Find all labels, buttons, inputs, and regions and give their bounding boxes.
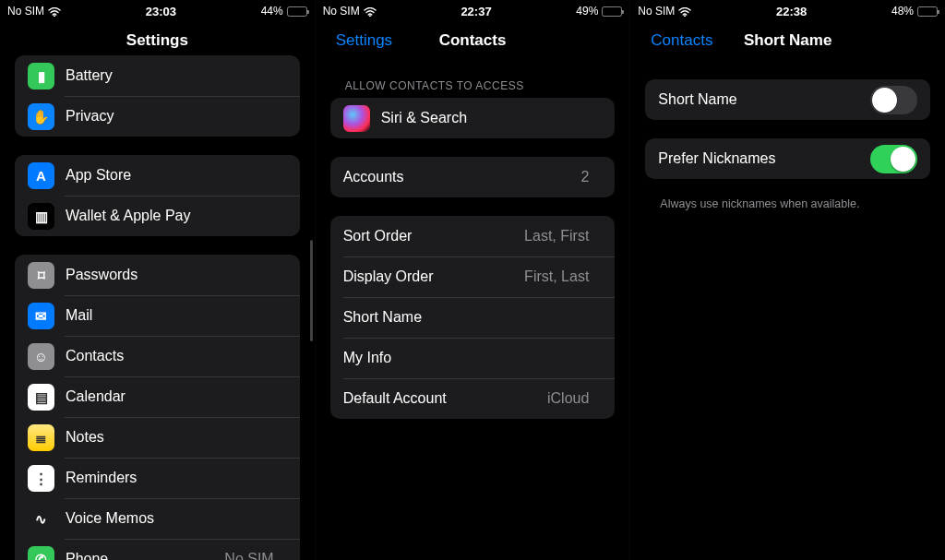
row-value: 2 bbox=[580, 169, 589, 185]
appstore-icon: A bbox=[28, 162, 54, 189]
chevron-right-icon bbox=[594, 271, 602, 283]
chevron-right-icon bbox=[594, 231, 602, 243]
row-label: Wallet & Apple Pay bbox=[66, 208, 280, 224]
short-name-toggle[interactable] bbox=[870, 86, 917, 114]
short-name-list[interactable]: Short Name Prefer Nicknames Always use n… bbox=[630, 61, 945, 560]
carrier-label: No SIM bbox=[323, 5, 360, 18]
nicknames-footer: Always use nicknames when available. bbox=[645, 197, 930, 210]
mail-icon: ✉ bbox=[28, 303, 54, 329]
row-notes[interactable]: ≣Notes bbox=[15, 417, 300, 458]
row-value: No SIM bbox=[224, 551, 273, 560]
chevron-left-icon bbox=[638, 31, 649, 50]
row-label: Calendar bbox=[66, 388, 280, 405]
row-label: Default Account bbox=[343, 390, 547, 407]
chevron-right-icon bbox=[280, 472, 287, 484]
row-label: Siri & Search bbox=[381, 110, 595, 126]
phone-icon: ✆ bbox=[28, 546, 54, 561]
siri-icon bbox=[343, 105, 370, 132]
row-label: Phone bbox=[66, 551, 224, 560]
battery-icon bbox=[917, 6, 938, 17]
calendar-icon: ▤ bbox=[28, 384, 54, 411]
row-display-order[interactable]: Display OrderFirst, Last bbox=[330, 256, 616, 297]
passwords-icon: ⌑ bbox=[28, 262, 54, 289]
contacts-settings-screen: No SIM 22:37 49% Settings Contacts ALLOW… bbox=[315, 0, 630, 560]
back-button[interactable]: Settings bbox=[316, 31, 392, 50]
chevron-right-icon bbox=[594, 113, 602, 125]
row-siri-search[interactable]: Siri & Search bbox=[330, 98, 616, 138]
back-button[interactable]: Contacts bbox=[630, 31, 712, 50]
row-prefer-nicknames[interactable]: Prefer Nicknames bbox=[645, 138, 930, 179]
chevron-right-icon bbox=[280, 210, 287, 222]
display-group: Sort OrderLast, FirstDisplay OrderFirst,… bbox=[330, 216, 616, 419]
row-label: Privacy bbox=[66, 108, 280, 125]
wifi-icon bbox=[364, 6, 377, 16]
siri-group: Siri & Search bbox=[330, 98, 616, 138]
settings-group-apps: ⌑Passwords✉Mail☺Contacts▤Calendar≣Notes⋮… bbox=[15, 255, 300, 560]
status-bar: No SIM 22:37 49% bbox=[316, 2, 630, 20]
row-label: Reminders bbox=[66, 470, 280, 486]
voicememos-icon: ∿ bbox=[28, 506, 54, 532]
chevron-right-icon bbox=[280, 310, 287, 322]
contacts-settings-list[interactable]: ALLOW CONTACTS TO ACCESS Siri & Search A… bbox=[316, 61, 630, 560]
notes-icon: ≣ bbox=[28, 424, 54, 451]
row-label: Short Name bbox=[658, 91, 870, 108]
row-label: Battery bbox=[66, 67, 280, 84]
row-value: First, Last bbox=[524, 268, 589, 285]
chevron-right-icon bbox=[280, 391, 287, 403]
row-label: App Store bbox=[66, 167, 280, 184]
row-wallet-apple-pay[interactable]: ▥Wallet & Apple Pay bbox=[15, 196, 300, 236]
row-contacts[interactable]: ☺Contacts bbox=[15, 336, 300, 376]
row-sort-order[interactable]: Sort OrderLast, First bbox=[330, 216, 616, 256]
clock: 22:38 bbox=[691, 5, 891, 18]
row-app-store[interactable]: AApp Store bbox=[15, 155, 300, 196]
wallet-icon: ▥ bbox=[28, 203, 54, 230]
row-reminders[interactable]: ⋮Reminders bbox=[15, 458, 300, 498]
chevron-right-icon bbox=[280, 432, 287, 444]
scroll-indicator bbox=[310, 240, 313, 341]
row-short-name[interactable]: Short Name bbox=[330, 297, 616, 338]
back-label: Settings bbox=[336, 31, 392, 50]
row-label: My Info bbox=[343, 350, 595, 366]
row-default-account[interactable]: Default AccountiCloud bbox=[330, 378, 616, 419]
row-battery[interactable]: ▮Battery bbox=[15, 55, 300, 96]
row-my-info[interactable]: My Info bbox=[330, 338, 616, 378]
nicknames-group: Prefer Nicknames bbox=[645, 138, 930, 179]
battery-pct: 48% bbox=[891, 5, 914, 18]
settings-group-store: AApp Store▥Wallet & Apple Pay bbox=[15, 155, 300, 236]
chevron-right-icon bbox=[280, 70, 287, 82]
chevron-right-icon bbox=[280, 111, 287, 123]
row-phone[interactable]: ✆PhoneNo SIM bbox=[15, 539, 300, 560]
row-label: Prefer Nicknames bbox=[658, 150, 870, 167]
row-label: Mail bbox=[66, 307, 280, 324]
clock: 22:37 bbox=[377, 5, 577, 18]
row-label: Accounts bbox=[343, 169, 581, 185]
settings-list[interactable]: ▮Battery✋Privacy AApp Store▥Wallet & App… bbox=[0, 55, 315, 560]
battery-icon bbox=[602, 6, 622, 17]
carrier-label: No SIM bbox=[638, 5, 675, 18]
settings-screen: No SIM 23:03 44% Settings ▮Battery✋Priva… bbox=[0, 0, 315, 560]
row-privacy[interactable]: ✋Privacy bbox=[15, 96, 300, 137]
row-label: Notes bbox=[66, 429, 280, 446]
chevron-right-icon bbox=[280, 269, 287, 281]
row-calendar[interactable]: ▤Calendar bbox=[15, 376, 300, 417]
row-label: Voice Memos bbox=[66, 510, 280, 527]
allow-access-header: ALLOW CONTACTS TO ACCESS bbox=[330, 61, 616, 98]
prefer-nicknames-toggle[interactable] bbox=[870, 145, 917, 173]
row-voice-memos[interactable]: ∿Voice Memos bbox=[15, 498, 300, 539]
row-passwords[interactable]: ⌑Passwords bbox=[15, 255, 300, 295]
chevron-right-icon bbox=[594, 312, 602, 324]
short-name-group: Short Name bbox=[645, 79, 930, 120]
row-value: iCloud bbox=[547, 390, 589, 407]
back-label: Contacts bbox=[651, 31, 712, 50]
chevron-right-icon bbox=[594, 393, 602, 405]
row-accounts[interactable]: Accounts 2 bbox=[330, 157, 616, 197]
wifi-icon bbox=[678, 6, 691, 16]
row-value: Last, First bbox=[524, 228, 589, 244]
row-short-name[interactable]: Short Name bbox=[645, 79, 930, 120]
carrier-label: No SIM bbox=[7, 5, 44, 18]
row-label: Passwords bbox=[66, 267, 280, 283]
chevron-left-icon bbox=[323, 31, 334, 50]
battery-icon bbox=[287, 6, 307, 17]
accounts-group: Accounts 2 bbox=[330, 157, 616, 197]
row-mail[interactable]: ✉Mail bbox=[15, 295, 300, 336]
